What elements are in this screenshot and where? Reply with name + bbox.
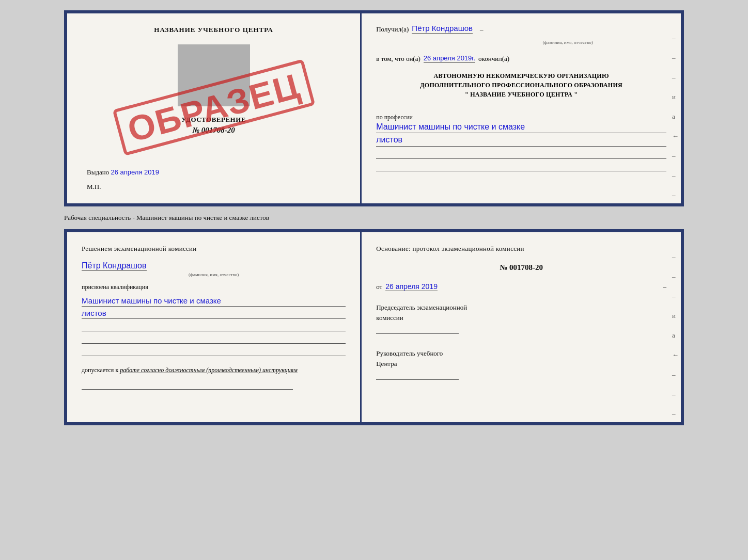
person-name-bottom: Пётр Кондрашов	[82, 261, 147, 271]
in-that-prefix: в том, что он(а)	[376, 55, 420, 63]
bottom-right: Основание: протокол экзаменационной коми…	[362, 232, 681, 422]
empty-line-bottom-1	[82, 322, 346, 331]
exam-commission-title: Решением экзаменационной комиссии	[82, 245, 346, 253]
rukovoditel-block: Руководитель учебного Центра	[376, 348, 666, 380]
person-name-top: Пётр Кондрашов	[412, 24, 473, 34]
допуск-prefix: допускается к	[82, 366, 118, 374]
received-row: Получил(а) Пётр Кондрашов –	[376, 24, 666, 34]
issued-label: Выдано	[87, 168, 109, 176]
profession-text: Машинист машины по чистке и смазке	[376, 121, 666, 133]
profession-label: по профессии	[376, 114, 666, 121]
side-dashes-top: – – – и а ← – – –	[672, 34, 679, 199]
profession-text-line1: Машинист машины по чистке и смазке	[376, 122, 525, 131]
rukovoditel-line1: Руководитель учебного	[376, 348, 666, 359]
protocol-number: № 001708-20	[376, 263, 666, 272]
org-line1: АВТОНОМНУЮ НЕКОММЕРЧЕСКУЮ ОРГАНИЗАЦИЮ	[376, 71, 666, 81]
issued-date: 26 апреля 2019	[111, 168, 160, 176]
qualification-block: Машинист машины по чистке и смазке листо…	[82, 295, 346, 356]
empty-line-bottom-3	[82, 347, 346, 356]
osnov-title: Основание: протокол экзаменационной коми…	[376, 245, 666, 253]
cert-subtitle: УДОСТОВЕРЕНИЕ	[181, 116, 246, 124]
photo-placeholder	[178, 44, 250, 106]
допуск-empty-line	[82, 380, 293, 390]
qualification-text-1: Машинист машины по чистке и смазке	[82, 295, 346, 307]
predsedatel-sign-line	[376, 325, 459, 334]
org-block: АВТОНОМНУЮ НЕКОММЕРЧЕСКУЮ ОРГАНИЗАЦИЮ ДО…	[376, 71, 666, 99]
date-row: в том, что он(а) 26 апреля 2019г. окончи…	[376, 54, 666, 63]
side-dashes-bottom: – – – и а ← – – –	[672, 253, 679, 418]
rukovoditel-sign-line	[376, 371, 459, 380]
name-sublabel-top: (фамилия, имя, отчество)	[469, 40, 666, 45]
qualification-label: присвоена квалификация	[82, 283, 346, 291]
допуск-text: работе согласно должностным (производств…	[120, 366, 298, 374]
qualification-text-2: листов	[82, 308, 346, 319]
finish-date: 26 апреля 2019г.	[424, 54, 475, 63]
predsedatel-block: Председатель экзаменационной комиссии	[376, 302, 666, 334]
received-prefix: Получил(а)	[376, 25, 409, 34]
org-line2: ДОПОЛНИТЕЛЬНОГО ПРОФЕССИОНАЛЬНОГО ОБРАЗО…	[376, 81, 666, 90]
certificate-top: НАЗВАНИЕ УЧЕБНОГО ЦЕНТРА УДОСТОВЕРЕНИЕ №…	[64, 10, 684, 206]
document-wrapper: НАЗВАНИЕ УЧЕБНОГО ЦЕНТРА УДОСТОВЕРЕНИЕ №…	[64, 10, 684, 425]
specialty-label: Рабочая специальность - Машинист машины …	[64, 214, 684, 222]
empty-line-1	[376, 150, 666, 159]
protocol-date-value: 26 апреля 2019	[385, 282, 438, 291]
cert-left: НАЗВАНИЕ УЧЕБНОГО ЦЕНТРА УДОСТОВЕРЕНИЕ №…	[67, 13, 362, 203]
profession-text-line2: листов	[376, 135, 402, 144]
org-line3: " НАЗВАНИЕ УЧЕБНОГО ЦЕНТРА "	[376, 90, 666, 99]
cert-number: № 001708-20	[192, 126, 235, 135]
cert-mp: М.П.	[82, 183, 101, 191]
finished-suffix: окончил(а)	[478, 55, 509, 63]
profession-block: по профессии Машинист машины по чистке и…	[376, 109, 666, 171]
cert-issued: Выдано 26 апреля 2019	[82, 168, 159, 177]
predsedatel-line2: комиссии	[376, 313, 666, 323]
bottom-left: Решением экзаменационной комиссии Пётр К…	[67, 232, 362, 422]
rukovoditel-line2: Центра	[376, 359, 666, 369]
cert-left-title: НАЗВАНИЕ УЧЕБНОГО ЦЕНТРА	[154, 26, 273, 34]
допуск-block: допускается к работе согласно должностны…	[82, 366, 346, 374]
cert-right: Получил(а) Пётр Кондрашов – (фамилия, им…	[362, 13, 681, 203]
empty-line-bottom-2	[82, 334, 346, 344]
protocol-date-row: от 26 апреля 2019 –	[376, 282, 666, 291]
name-sublabel-bottom: (фамилия, имя, отчество)	[82, 272, 346, 277]
predsedatel-line1: Председатель экзаменационной	[376, 302, 666, 313]
profession-text-line2-wrapper: листов	[376, 134, 666, 146]
certificate-bottom: Решением экзаменационной комиссии Пётр К…	[64, 229, 684, 425]
empty-line-2	[376, 162, 666, 171]
date-prefix: от	[376, 283, 382, 291]
person-name-bottom-wrapper: Пётр Кондрашов (фамилия, имя, отчество)	[82, 261, 346, 277]
